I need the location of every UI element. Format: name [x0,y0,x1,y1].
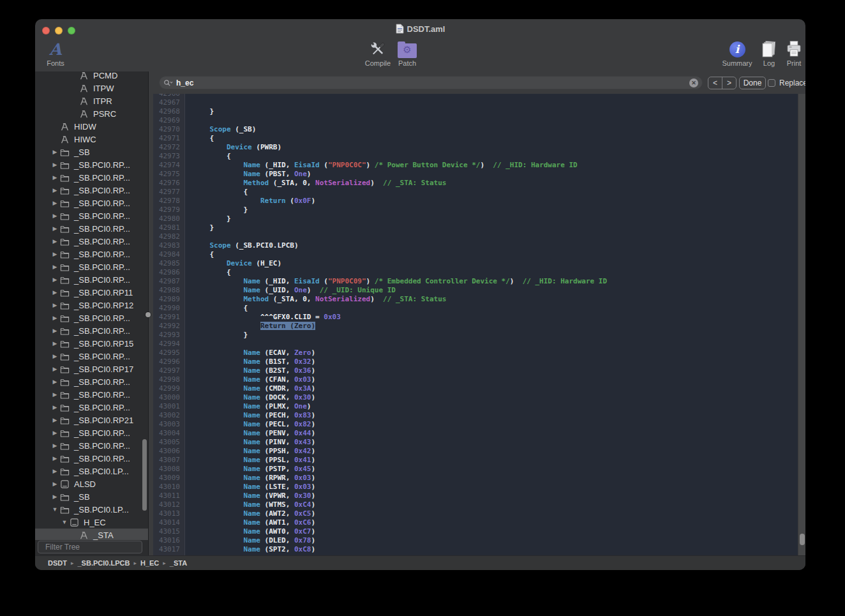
filter-tree-input[interactable] [44,542,146,552]
disclosure-triangle[interactable]: ▶ [50,200,59,206]
tree-item[interactable]: ▶_SB.PCI0.RP21 [35,414,148,426]
tree-item-label: _SB.PCI0.RP12 [74,301,133,310]
tree-item[interactable]: ▶_SB.PCI0.RP... [35,197,148,209]
disclosure-triangle[interactable]: ▶ [50,353,59,359]
log-button[interactable]: Log [756,40,782,67]
tree-item[interactable]: ▶_SB.PCI0.RP... [35,209,148,222]
editor-scrollbar-thumb[interactable] [800,534,805,545]
tree-item[interactable]: ▶_SB.PCI0.RP... [35,184,148,197]
disclosure-triangle[interactable]: ▶ [50,213,59,219]
breadcrumb-item[interactable]: DSDT [48,559,67,567]
method-icon [79,96,89,106]
disclosure-triangle[interactable]: ▶ [50,327,59,334]
tree-item[interactable]: ▶ALSD [35,477,148,490]
clear-icon[interactable]: ✕ [689,79,698,87]
fonts-button[interactable]: A Fonts [40,40,71,67]
disclosure-triangle[interactable]: ▶ [50,430,59,436]
disclosure-triangle[interactable]: ▶ [50,289,59,296]
disclosure-triangle[interactable]: ▼ [60,519,69,525]
filter-tree-field[interactable] [38,541,142,553]
disclosure-triangle[interactable]: ▶ [50,493,59,500]
tree-item[interactable]: ITPW [35,82,148,94]
disclosure-triangle[interactable]: ▶ [50,481,59,487]
tree-item[interactable]: ▶_SB.PCI0.RP... [35,171,148,184]
disclosure-triangle[interactable]: ▶ [50,455,59,462]
tree-item[interactable]: ▶_SB.PCI0.RP... [35,260,148,273]
compile-button[interactable]: Compile [361,40,394,67]
tree-item[interactable]: ▶_SB.PCI0.RP... [35,452,148,465]
disclosure-triangle[interactable]: ▶ [50,366,59,372]
tree-item[interactable]: HIWC [35,133,148,146]
disclosure-triangle[interactable]: ▶ [50,391,59,398]
tree-item[interactable]: ▶_SB.PCI0.RP... [35,350,148,363]
disclosure-triangle[interactable]: ▶ [50,417,59,423]
disclosure-triangle[interactable]: ▶ [50,468,59,474]
breadcrumb-item[interactable]: H_EC [140,559,159,567]
print-button[interactable]: Print [781,40,805,67]
tree-item[interactable]: ▼_SB.PCI0.LP... [35,503,148,516]
tree-item[interactable]: _STA [35,529,148,540]
disclosure-triangle[interactable]: ▶ [50,340,59,347]
sidebar-scrollbar[interactable] [142,439,147,511]
tree-item[interactable]: ▶_SB.PCI0.RP12 [35,299,148,312]
tree-item[interactable]: ▼H_EC [35,516,148,529]
editor-scrollbar[interactable] [798,94,805,555]
tree-item[interactable]: ▶_SB.PCI0.RP... [35,273,148,286]
replace-checkbox[interactable] [768,79,775,87]
tree-item[interactable]: ▶_SB.PCI0.RP... [35,222,148,235]
find-previous-button[interactable]: < [708,77,722,89]
disclosure-triangle[interactable]: ▶ [50,379,59,385]
disclosure-triangle[interactable]: ▶ [50,264,59,270]
disclosure-triangle[interactable]: ▶ [50,174,59,181]
summary-button[interactable]: i Summary [718,40,756,67]
code-line: Name (AWT1, 0xC6) [193,518,798,527]
disclosure-triangle[interactable]: ▶ [50,315,59,321]
code-area[interactable]: } Scope (_SB) { Device (PWRB) { Name (_H… [186,94,798,555]
disclosure-triangle[interactable]: ▶ [50,225,59,232]
tree-item[interactable]: HIDW [35,120,148,133]
tree-item[interactable]: ▶_SB [35,490,148,503]
disclosure-triangle[interactable]: ▼ [50,506,59,513]
disclosure-triangle[interactable]: ▶ [50,276,59,283]
tree-item[interactable]: ▶_SB [35,146,148,158]
tree-item[interactable]: ▶_SB.PCI0.RP... [35,401,148,414]
tree-item-label: _SB.PCI0.RP... [74,224,130,234]
find-input[interactable] [175,78,687,88]
disclosure-triangle[interactable]: ▶ [50,187,59,193]
search-icon[interactable] [163,79,173,87]
breadcrumb-item[interactable]: _SB.PCI0.LPCB [77,559,130,567]
tree-item[interactable]: ▶_SB.PCI0.RP11 [35,286,148,299]
tree-item[interactable]: ▶_SB.PCI0.LP... [35,465,148,477]
folder-icon [59,402,70,412]
disclosure-triangle[interactable]: ▶ [50,442,59,449]
code-editor[interactable]: 4296642967429684296942970429714297242973… [153,94,798,555]
tree-item[interactable]: ▶_SB.PCI0.RP17 [35,363,148,375]
tree-item[interactable]: PCMD [35,71,148,82]
breadcrumb-item[interactable]: _STA [170,559,187,567]
done-button[interactable]: Done [739,77,766,89]
code-line: Return (Zero) [193,322,798,331]
tree-item[interactable]: ▶_SB.PCI0.RP... [35,388,148,401]
tree-item[interactable]: ▶_SB.PCI0.RP... [35,235,148,248]
disclosure-triangle[interactable]: ▶ [50,404,59,410]
patch-button[interactable]: ⚙ Patch [394,40,420,67]
tree-item[interactable]: ▶_SB.PCI0.RP... [35,426,148,439]
disclosure-triangle[interactable]: ▶ [50,251,59,257]
tree-item[interactable]: ▶_SB.PCI0.RP... [35,439,148,452]
tree-item[interactable]: ▶_SB.PCI0.RP... [35,158,148,171]
tree-item-label: H_EC [84,518,106,527]
find-field[interactable]: ✕ [159,76,703,89]
disclosure-triangle[interactable]: ▶ [50,302,59,308]
tree-item[interactable]: ▶_SB.PCI0.RP... [35,375,148,388]
disclosure-triangle[interactable]: ▶ [50,162,59,168]
disclosure-triangle[interactable]: ▶ [50,238,59,244]
tree-item[interactable]: ITPR [35,94,148,107]
disclosure-triangle[interactable]: ▶ [50,149,59,155]
tree-item[interactable]: ▶_SB.PCI0.RP15 [35,337,148,350]
tree-item[interactable]: ▶_SB.PCI0.RP... [35,312,148,324]
split-handle[interactable] [146,312,151,317]
tree-item[interactable]: ▶_SB.PCI0.RP... [35,248,148,260]
tree-item[interactable]: PSRC [35,107,148,120]
find-next-button[interactable]: > [722,77,736,89]
tree-item[interactable]: ▶_SB.PCI0.RP... [35,324,148,337]
